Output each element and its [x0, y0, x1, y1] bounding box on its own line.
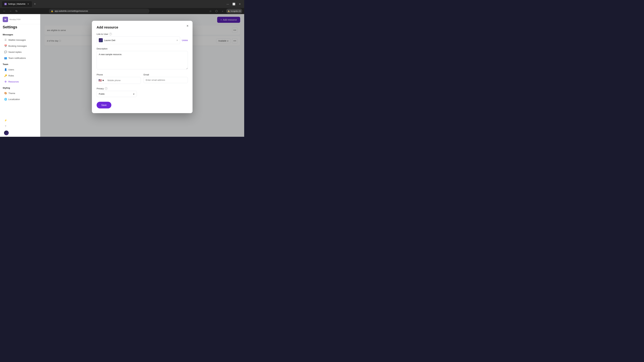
chat-icon: 💬 [4, 50, 7, 53]
lock-icon: 🔒 [51, 10, 53, 12]
sidebar-item-roles[interactable]: 🔑 Roles [1, 73, 39, 78]
phone-group: Phone 🇺🇸 ▾ [96, 73, 141, 84]
bookmark-button[interactable]: ☆ [208, 9, 213, 13]
link-to-user-help-icon[interactable]: ? [109, 33, 112, 35]
refresh-button[interactable]: ↻ [14, 9, 19, 13]
address-bar: ← → ↻ 🔒 app.waitwhile.com/settings/resou… [0, 8, 244, 14]
url-bar[interactable]: 🔒 app.waitwhile.com/settings/resources [49, 9, 150, 13]
back-button[interactable]: ← [2, 9, 7, 13]
phone-email-row: Phone 🇺🇸 ▾ Email [96, 73, 188, 87]
sidebar-item-label: Roles [8, 74, 14, 77]
description-label: Description [96, 47, 188, 50]
sidebar-section-styling: Styling [0, 85, 40, 90]
tab-title: Settings | Waitwhile [8, 3, 26, 5]
incognito-badge: 🕵 Incognito (2) [226, 9, 242, 13]
roles-icon: 🔑 [4, 74, 7, 77]
phone-input[interactable] [106, 77, 141, 83]
incognito-icon: 🕵 [228, 10, 230, 12]
link-to-user-label: Link to User ? [96, 33, 188, 35]
flag-arrow-icon: ▾ [102, 79, 104, 82]
sidebar-toggle-button[interactable]: ⬦ [220, 9, 225, 13]
minimize-button[interactable]: — [226, 2, 230, 6]
email-input[interactable] [144, 77, 188, 83]
window-controls: — ⬜ ✕ [226, 2, 242, 6]
maximize-button[interactable]: ⬜ [232, 2, 236, 6]
tab-close-button[interactable]: ✕ [27, 3, 30, 5]
incognito-label: Incognito (2) [230, 10, 241, 12]
phone-wrapper: 🇺🇸 ▾ [96, 77, 141, 84]
privacy-arrow-icon: ∨ [133, 93, 135, 95]
resources-icon: ⚙ [4, 80, 7, 83]
sidebar-account-name: Moodjoy7434 [10, 18, 20, 20]
flag-emoji: 🇺🇸 [98, 79, 102, 82]
user-select-wrapper: Lauren Deli ∨ Unlink [96, 36, 188, 44]
lightning-icon: ⚡ [4, 119, 7, 122]
sidebar: M Moodjoy7434 Settings Messages ☰ Waitli… [0, 14, 40, 137]
user-name: Lauren Deli [104, 39, 175, 41]
privacy-select-dropdown[interactable]: Public ∨ [96, 91, 137, 97]
list-icon: ☰ [4, 38, 7, 41]
sidebar-item-label: Booking messages [8, 45, 27, 47]
user-avatar-small [99, 38, 103, 42]
calendar-icon: 📅 [4, 44, 7, 47]
sidebar-avatar: M [3, 17, 8, 22]
sidebar-item-team-notifications[interactable]: 👥 Team notifications [1, 55, 39, 61]
sidebar-item-profile[interactable] [1, 129, 39, 137]
theme-icon: 🎨 [4, 92, 7, 95]
sidebar-header: M Moodjoy7434 [0, 14, 40, 24]
flag-selector-button[interactable]: 🇺🇸 ▾ [97, 77, 106, 84]
sidebar-item-label: Users [8, 68, 14, 71]
sidebar-item-theme[interactable]: 🎨 Theme [1, 90, 39, 96]
sidebar-item-label: Theme [8, 92, 15, 94]
description-group: Description A new sample resource. [96, 47, 188, 70]
forward-button[interactable]: → [8, 9, 13, 13]
sidebar-item-help[interactable]: ? [1, 123, 39, 129]
bell-icon: 👥 [4, 56, 7, 59]
sidebar-item-label: Resources [8, 80, 19, 83]
sidebar-item-label: Team notifications [8, 57, 26, 59]
active-tab[interactable]: M Settings | Waitwhile ✕ [2, 1, 32, 7]
help-icon: ? [4, 125, 7, 128]
tab-bar: M Settings | Waitwhile ✕ + [2, 0, 224, 8]
sidebar-item-automation[interactable]: ⚡ [1, 117, 39, 123]
sidebar-item-users[interactable]: 👤 Users [1, 67, 39, 72]
modal-close-button[interactable]: × [185, 23, 190, 28]
privacy-help-icon[interactable]: ? [105, 87, 108, 90]
modal-title: Add resource [96, 25, 188, 29]
app-layout: M Moodjoy7434 Settings Messages ☰ Waitli… [0, 14, 244, 137]
unlink-button[interactable]: Unlink [182, 39, 188, 41]
users-icon: 👤 [4, 68, 7, 71]
browser-chrome: M Settings | Waitwhile ✕ + — ⬜ ✕ [0, 0, 244, 8]
email-label: Email [144, 73, 188, 76]
sidebar-item-waitlist-messages[interactable]: ☰ Waitlist messages [1, 37, 39, 43]
privacy-value: Public [99, 93, 105, 95]
sidebar-item-resources[interactable]: ⚙ Resources [1, 79, 39, 84]
save-button[interactable]: Save [96, 102, 111, 108]
modal-overlay: × Add resource Link to User ? Lauren Del… [40, 14, 244, 137]
sidebar-item-label: Waitlist messages [8, 39, 26, 41]
user-avatar [4, 131, 9, 135]
user-select-dropdown[interactable]: Lauren Deli ∨ [96, 36, 180, 44]
sidebar-section-team: Team [0, 61, 40, 66]
add-resource-modal: × Add resource Link to User ? Lauren Del… [92, 21, 192, 113]
privacy-label: Privacy ? [96, 87, 188, 90]
tab-favicon: M [4, 3, 7, 5]
sidebar-item-localization[interactable]: 🌐 Localization [1, 96, 39, 102]
sidebar-item-booking-messages[interactable]: 📅 Booking messages [1, 43, 39, 49]
privacy-group: Privacy ? Public ∨ [96, 87, 188, 97]
sidebar-account: M Moodjoy7434 [3, 17, 38, 22]
sidebar-bottom: ⚡ ? [0, 115, 40, 137]
phone-label: Phone [96, 73, 141, 76]
window-close-button[interactable]: ✕ [238, 2, 242, 6]
globe-icon: 🌐 [4, 98, 7, 101]
sidebar-item-label: Localization [8, 98, 20, 100]
sidebar-item-saved-replies[interactable]: 💬 Saved replies [1, 49, 39, 55]
email-group: Email [144, 73, 188, 84]
description-textarea[interactable]: A new sample resource. [96, 51, 188, 69]
new-tab-button[interactable]: + [32, 2, 37, 6]
close-icon: × [186, 24, 188, 28]
extensions-button[interactable]: ⬡ [214, 9, 219, 13]
address-actions: ☆ ⬡ ⬦ 🕵 Incognito (2) [208, 9, 242, 13]
sidebar-page-title: Settings [0, 24, 40, 31]
select-arrow-icon: ∨ [176, 39, 178, 41]
